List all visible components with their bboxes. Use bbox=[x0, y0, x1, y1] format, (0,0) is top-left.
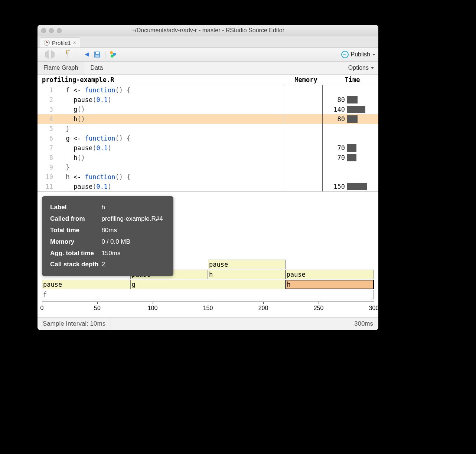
time-value: 140 bbox=[323, 106, 347, 113]
time-cell bbox=[322, 162, 378, 172]
tick-label: 250 bbox=[314, 305, 324, 312]
tooltip-value: profiling-example.R#4 bbox=[101, 214, 165, 224]
code-text: g() bbox=[58, 106, 285, 113]
time-cell bbox=[322, 85, 378, 95]
time-cell bbox=[322, 124, 378, 134]
memory-cell bbox=[285, 95, 322, 105]
tick-label: 150 bbox=[203, 305, 213, 312]
open-profile-button[interactable] bbox=[109, 50, 117, 59]
toolbar: Publish bbox=[38, 48, 378, 62]
flame-bar[interactable]: pause bbox=[286, 270, 374, 279]
profile-icon bbox=[110, 51, 117, 58]
memory-cell bbox=[285, 162, 322, 172]
file-tab[interactable]: Profile1 × bbox=[40, 37, 80, 47]
code-line[interactable]: 5 } bbox=[38, 124, 378, 134]
code-line[interactable]: 10 h <- function() { bbox=[38, 172, 378, 182]
code-line[interactable]: 1 f <- function() { bbox=[38, 85, 378, 95]
tooltip-value: 150ms bbox=[101, 248, 165, 259]
publish-icon bbox=[341, 51, 349, 58]
tab-flame-graph[interactable]: Flame Graph bbox=[38, 62, 84, 74]
forward-button[interactable] bbox=[51, 50, 59, 59]
code-text: } bbox=[58, 164, 285, 171]
tick-label: 100 bbox=[148, 305, 158, 312]
time-cell bbox=[322, 172, 378, 182]
code-line[interactable]: 9 } bbox=[38, 162, 378, 172]
memory-cell bbox=[285, 85, 322, 95]
tooltip-value: 0 / 0.0 MB bbox=[101, 237, 165, 247]
separator bbox=[63, 51, 63, 58]
tooltip-label: Memory bbox=[50, 237, 101, 247]
memory-cell bbox=[285, 134, 322, 143]
code-text: pause(0.1) bbox=[58, 96, 285, 103]
line-number: 8 bbox=[38, 154, 58, 161]
line-number: 11 bbox=[38, 183, 58, 190]
options-menu[interactable]: Options bbox=[344, 62, 378, 74]
close-window-button[interactable] bbox=[41, 28, 46, 33]
zoom-window-button[interactable] bbox=[57, 28, 62, 33]
code-text: f <- function() { bbox=[58, 86, 285, 94]
memory-header: Memory bbox=[286, 76, 326, 83]
column-header: profiling-example.R Memory Time bbox=[38, 75, 378, 85]
line-number: 9 bbox=[38, 164, 58, 171]
status-bar: Sample Interval: 10ms 300ms bbox=[38, 317, 378, 330]
code-line[interactable]: 3 g()140 bbox=[38, 105, 378, 114]
code-text: } bbox=[58, 125, 285, 132]
memory-cell bbox=[285, 153, 322, 162]
time-axis: 050100150200250300 bbox=[42, 302, 374, 313]
close-icon[interactable]: × bbox=[73, 40, 76, 46]
tooltip-value: h bbox=[101, 202, 165, 213]
flame-bar[interactable]: g bbox=[130, 280, 285, 289]
code-line[interactable]: 6 g <- function() { bbox=[38, 134, 378, 143]
code-text: g <- function() { bbox=[58, 135, 285, 142]
flame-bar[interactable]: f bbox=[42, 290, 374, 299]
separator bbox=[105, 51, 105, 58]
total-time: 300ms bbox=[354, 320, 373, 328]
tooltip-label: Agg. total time bbox=[50, 248, 101, 259]
memory-cell bbox=[285, 124, 322, 134]
code-line[interactable]: 2 pause(0.1)80 bbox=[38, 95, 378, 105]
minimize-window-button[interactable] bbox=[49, 28, 54, 33]
memory-cell bbox=[285, 143, 322, 153]
flame-bar[interactable]: h bbox=[286, 280, 374, 289]
goto-button[interactable] bbox=[83, 50, 91, 59]
flame-bar[interactable]: h bbox=[208, 270, 286, 279]
line-number: 7 bbox=[38, 144, 58, 152]
flame-bar[interactable]: pause bbox=[208, 260, 286, 269]
code-line[interactable]: 8 h()70 bbox=[38, 153, 378, 162]
tick-label: 200 bbox=[258, 305, 268, 312]
stopwatch-icon bbox=[44, 40, 50, 46]
code-line[interactable]: 4 h()80 bbox=[38, 114, 378, 124]
code-text: h() bbox=[58, 115, 285, 123]
time-value: 80 bbox=[323, 96, 347, 103]
line-number: 5 bbox=[38, 125, 58, 132]
code-text: pause(0.1) bbox=[58, 183, 285, 190]
time-cell: 140 bbox=[322, 105, 378, 114]
line-number: 6 bbox=[38, 135, 58, 142]
memory-cell bbox=[285, 182, 322, 191]
line-number: 1 bbox=[38, 86, 58, 94]
popout-button[interactable] bbox=[67, 50, 75, 59]
tab-data[interactable]: Data bbox=[84, 62, 109, 74]
code-listing[interactable]: 1 f <- function() {2 pause(0.1)803 g()14… bbox=[38, 85, 378, 191]
save-button[interactable] bbox=[93, 50, 101, 59]
flame-bar[interactable]: pause bbox=[42, 280, 130, 289]
flame-panel: LabelhCalled fromprofiling-example.R#4To… bbox=[38, 191, 378, 317]
time-cell: 70 bbox=[322, 143, 378, 153]
publish-button[interactable]: Publish bbox=[341, 51, 375, 58]
code-line[interactable]: 7 pause(0.1)70 bbox=[38, 143, 378, 153]
tick-label: 0 bbox=[40, 305, 44, 312]
time-bar bbox=[347, 96, 358, 103]
back-button[interactable] bbox=[40, 50, 49, 59]
time-cell: 70 bbox=[322, 153, 378, 162]
file-tab-label: Profile1 bbox=[52, 40, 71, 46]
line-number: 2 bbox=[38, 96, 58, 103]
caret-down-icon bbox=[371, 67, 374, 69]
titlebar[interactable]: ~/Documents/adv-r/adv-r - master - RStud… bbox=[38, 25, 378, 36]
memory-cell bbox=[285, 172, 322, 182]
time-value: 70 bbox=[323, 154, 347, 161]
code-line[interactable]: 11 pause(0.1)150 bbox=[38, 182, 378, 191]
caret-down-icon bbox=[372, 54, 375, 56]
code-text: h() bbox=[58, 154, 285, 161]
app-window: ~/Documents/adv-r/adv-r - master - RStud… bbox=[38, 25, 378, 330]
time-bar bbox=[347, 183, 367, 190]
